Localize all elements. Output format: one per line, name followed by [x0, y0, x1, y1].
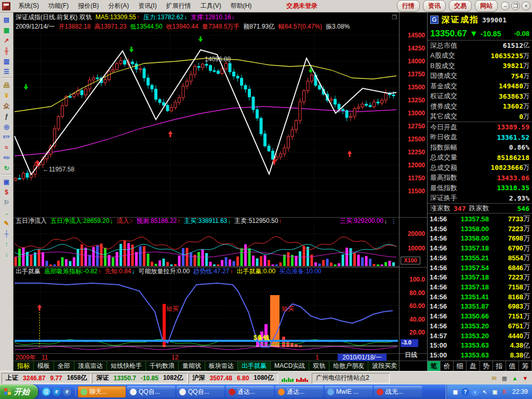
taskbar-button-chat-icon[interactable]: 聊天... [78, 386, 126, 397]
indicator-tab-给散户朋友[interactable]: 给散户朋友 [329, 361, 368, 371]
menu-item[interactable]: 功能(F) [44, 0, 73, 12]
ie-window-icon[interactable]: e [63, 388, 71, 396]
taskbar-button-qq-icon[interactable]: QQ自... [127, 386, 175, 397]
help-tray-icon[interactable]: ? [461, 388, 469, 396]
collapse-icon[interactable]: ‹ [471, 388, 479, 396]
ie-icon[interactable]: e [52, 388, 61, 396]
net-down-icon[interactable]: ▼ [521, 374, 529, 382]
mailbox-icon[interactable]: ✉ [490, 374, 498, 382]
taskbar-button-pinwheel-icon[interactable]: 战无... [374, 386, 422, 397]
keyboard-tray-icon[interactable]: ▦ [451, 388, 459, 396]
nav-button-交易[interactable]: 交易 [449, 0, 472, 12]
pointer-tray-icon[interactable]: ↖ [481, 388, 489, 396]
indicator-tab-短线快枪手[interactable]: 短线快枪手 [107, 361, 146, 371]
taskbar-button-tdx-fire-icon[interactable]: 通达... [275, 386, 323, 397]
quote-tab-值[interactable]: 值 [506, 361, 519, 371]
quote-tab-细[interactable]: 细 [454, 361, 467, 371]
menu-item[interactable]: 报价(B) [73, 0, 103, 12]
indicator-tab-波段买卖[interactable]: 波段买卖 [368, 361, 401, 371]
menu-item[interactable]: 系统(S) [14, 0, 44, 12]
indicator-tab-模板[interactable]: 模板 [34, 361, 54, 371]
quote-report-icon[interactable]: ▤ [1, 15, 12, 24]
menu-item[interactable]: 资讯(I) [134, 0, 161, 12]
news-doc-icon[interactable]: ▥ [1, 56, 12, 65]
menu-item[interactable]: 分析(A) [103, 0, 134, 12]
tick-row[interactable]: 14:5613357.546846万 [430, 263, 530, 273]
more-icon[interactable]: ⋮ [391, 218, 397, 225]
export-icon[interactable]: → [1, 208, 12, 217]
indicator-tab-量能状[interactable]: 量能状 [179, 361, 205, 371]
trend-line-icon[interactable]: ↗ [1, 35, 12, 45]
tick-row[interactable]: 14:5613355.218554万 [430, 253, 530, 263]
users-icon[interactable]: 众 [1, 101, 12, 110]
indicator-tab-出手就赢[interactable]: 出手就赢 [238, 361, 271, 371]
doc-tray-icon[interactable]: ▣ [491, 388, 499, 396]
wave-icon[interactable]: ≈ [1, 142, 12, 152]
tree-icon[interactable]: 品 [1, 80, 12, 89]
tick-row[interactable]: 14:5613358.007698万 [430, 233, 530, 243]
index-segment-上证[interactable]: 上证3246.879.771658亿 [2, 373, 91, 383]
etf-icon[interactable]: ETF [1, 132, 12, 141]
money-icon[interactable]: $ [1, 187, 12, 196]
quote-tab-价[interactable]: 价 [441, 361, 454, 371]
indicator-tab-全部[interactable]: 全部 [54, 361, 74, 371]
tick-row[interactable]: 14:5613358.007223万 [430, 224, 530, 234]
kline-icon[interactable]: ╫ [1, 46, 12, 55]
indicator-tab-指标[interactable]: 指标 [14, 361, 34, 371]
indicator-tab-千钧数浪[interactable]: 千钧数浪 [146, 361, 179, 371]
quote-tab-势[interactable]: 势 [480, 361, 493, 371]
taskbar-button-qq-icon[interactable]: QQ自... [177, 386, 224, 397]
indicator-tab-双轨[interactable]: 双轨 [309, 361, 329, 371]
taskbar-button-globe-icon[interactable]: MwIE ... [325, 386, 373, 397]
formula-icon[interactable]: ƒ [1, 111, 12, 121]
gold-icon[interactable]: ¥ [1, 90, 12, 100]
antivirus-tray-icon[interactable]: K [501, 388, 509, 396]
grid-quote-icon[interactable]: ▦ [1, 25, 12, 34]
index-segment-沪深[interactable]: 沪深3507.486.801080亿 [189, 373, 278, 383]
menu-item[interactable]: 扩展行情 [162, 0, 196, 12]
up-arrow-icon[interactable]: ↑ [1, 239, 12, 248]
tick-row[interactable]: 14:5613357.186790万 [430, 243, 530, 253]
list-icon[interactable]: ☰ [1, 66, 12, 76]
tick-row[interactable]: 14:5613357.587733万 [430, 214, 530, 224]
pane-maximize-icon[interactable]: ❐ [392, 14, 397, 21]
tick-row[interactable]: 14:5613351.418168万 [430, 292, 530, 302]
nav-button-网站[interactable]: 网站 [475, 0, 498, 12]
tick-row[interactable]: 15:0013353.634.38亿 [430, 341, 530, 351]
down-arrow-icon[interactable]: ↓ [1, 249, 12, 259]
nav-button-资讯[interactable]: 资讯 [423, 0, 446, 12]
tick-row[interactable]: 14:5613351.876983万 [430, 302, 530, 312]
minimize-button[interactable]: – [501, 2, 510, 10]
quote-tab-筹[interactable]: 筹 [519, 361, 532, 371]
messenger-icon[interactable]: @ [42, 388, 50, 396]
net-up-icon[interactable]: ▲ [511, 374, 519, 382]
quote-tab-盘[interactable]: 盘 [467, 361, 480, 371]
crosshair-icon[interactable]: ┼ [1, 229, 12, 238]
menu-item[interactable]: 帮助(H) [226, 0, 257, 12]
nav-button-行情[interactable]: 行情 [397, 0, 420, 12]
taskbar-button-tdx-red-icon[interactable]: 通达... [226, 386, 274, 397]
keyboard-icon[interactable]: ▦ [500, 374, 509, 382]
rsi-icon[interactable]: RSI [1, 153, 12, 162]
indicator-tab-板块雷达[interactable]: 板块雷达 [205, 361, 238, 371]
kline-chart-canvas[interactable]: 14096.88←11957.58 [14, 31, 399, 217]
tick-row[interactable]: 14:5713353.204440万 [430, 331, 530, 341]
restore-button[interactable]: ❐ [511, 2, 520, 10]
tick-row[interactable]: 14:5613353.206751万 [430, 321, 530, 331]
indicator-tab-顶底雷达[interactable]: 顶底雷达 [74, 361, 107, 371]
pencil-icon[interactable]: ✎ [1, 218, 12, 228]
tick-row[interactable]: 14:5613357.187223万 [430, 272, 530, 282]
inflow-chart-canvas[interactable] [14, 224, 399, 267]
flag-icon[interactable]: ⚐ [1, 197, 12, 207]
signal-chart-canvas[interactable]: 短买短买$备钱 [14, 275, 399, 353]
index-segment-深证[interactable]: 深证13350.7-10.851082亿 [92, 373, 187, 383]
start-button[interactable]: 开始 [0, 384, 38, 399]
quote-tab-笔[interactable]: 笔 [428, 361, 441, 371]
clock[interactable]: 22:39 [512, 388, 528, 395]
refresh-icon[interactable]: ↻ [1, 163, 12, 172]
close-button[interactable]: × [522, 2, 530, 10]
tick-row[interactable]: 14:5613357.187158万 [430, 282, 530, 292]
split-window-icon[interactable]: ▣ [1, 177, 12, 186]
menu-item[interactable]: 工具(V) [196, 0, 226, 12]
indicator-tab-MACD实战[interactable]: MACD实战 [271, 361, 309, 371]
